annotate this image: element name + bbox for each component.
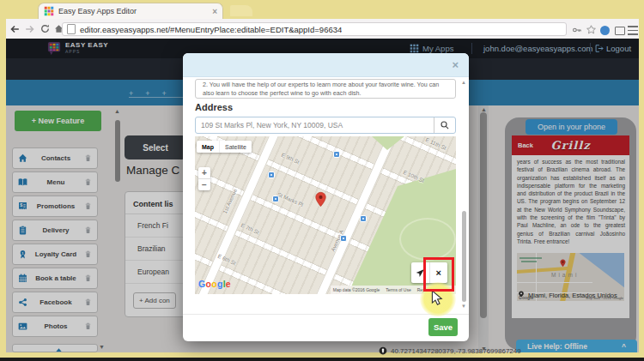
transit-station-icon[interactable]: [268, 171, 275, 178]
tutorial-highlight-box: [423, 257, 454, 292]
satellite-button[interactable]: Satellite: [219, 141, 252, 153]
modal-header: ×: [183, 53, 469, 77]
transit-station-icon[interactable]: [272, 196, 279, 202]
modal-footer-divider: [183, 314, 469, 315]
google-logo: Google: [198, 279, 231, 289]
scroll-up-arrow[interactable]: ▲: [461, 80, 466, 85]
window-icon[interactable]: [615, 27, 625, 35]
google-map[interactable]: E 9th St E 11th St E 10th St St Marks Pl…: [195, 136, 456, 294]
reload-icon[interactable]: [39, 23, 51, 34]
address-search-button[interactable]: [434, 117, 455, 133]
back-icon[interactable]: [9, 23, 21, 35]
taskbar-edge: [0, 358, 644, 361]
new-tab-button[interactable]: [230, 5, 252, 16]
modal-scrollbar-thumb[interactable]: [462, 211, 466, 302]
step-description: 2. You will have the help of our experts…: [195, 79, 456, 99]
menu-icon[interactable]: [628, 26, 638, 35]
forward-icon[interactable]: [24, 23, 36, 35]
save-button[interactable]: Save: [428, 318, 458, 336]
transit-station-icon[interactable]: [340, 235, 347, 242]
globe-marker-icon: [379, 346, 387, 355]
zoom-out-button[interactable]: −: [198, 179, 210, 190]
map-button[interactable]: Map: [197, 141, 219, 153]
browser-tab[interactable]: Easy Easy Apps Editor ×: [38, 3, 223, 19]
mouse-cursor-icon: [431, 290, 443, 306]
address-label: Address: [195, 102, 233, 112]
park-paths: [399, 218, 456, 261]
tab-close-icon[interactable]: ×: [212, 7, 217, 16]
search-icon: [440, 120, 450, 130]
bookmark-star-icon[interactable]: [586, 24, 597, 35]
terms-link[interactable]: Terms of Use: [386, 287, 410, 292]
map-type-control: Map Satellite: [197, 141, 252, 153]
map-zoom-control: + −: [198, 167, 210, 190]
extension-icon[interactable]: [600, 26, 610, 35]
url-text[interactable]: editor.easyeasyapps.net/#MenuEntryPlace:…: [80, 25, 342, 34]
scroll-down-arrow[interactable]: ▼: [461, 304, 466, 309]
favicon: [44, 6, 54, 16]
key-icon[interactable]: [572, 25, 582, 35]
map-data-text: Map data ©2016 Google: [333, 287, 380, 292]
transit-station-icon[interactable]: [360, 215, 367, 222]
modal-close-icon[interactable]: ×: [452, 58, 459, 71]
coordinates-text: 40.72714347280379,-73.98387699867249: [391, 347, 521, 355]
zoom-in-button[interactable]: +: [198, 167, 210, 179]
address-field[interactable]: 109 St Marks Pl, New York, NY 10009, USA: [195, 117, 456, 134]
tab-title: Easy Easy Apps Editor: [58, 7, 212, 15]
coordinates-row: 40.72714347280379,-73.98387699867249: [379, 346, 521, 355]
page-icon: [67, 24, 76, 34]
desktop: Easy Easy Apps Editor × editor.easyeasya…: [0, 0, 644, 361]
url-bar[interactable]: editor.easyeasyapps.net/#MenuEntryPlace:…: [62, 22, 567, 36]
address-input[interactable]: 109 St Marks Pl, New York, NY 10009, USA: [196, 121, 434, 129]
transit-station-icon[interactable]: [333, 151, 340, 158]
location-marker-icon[interactable]: [314, 191, 327, 213]
